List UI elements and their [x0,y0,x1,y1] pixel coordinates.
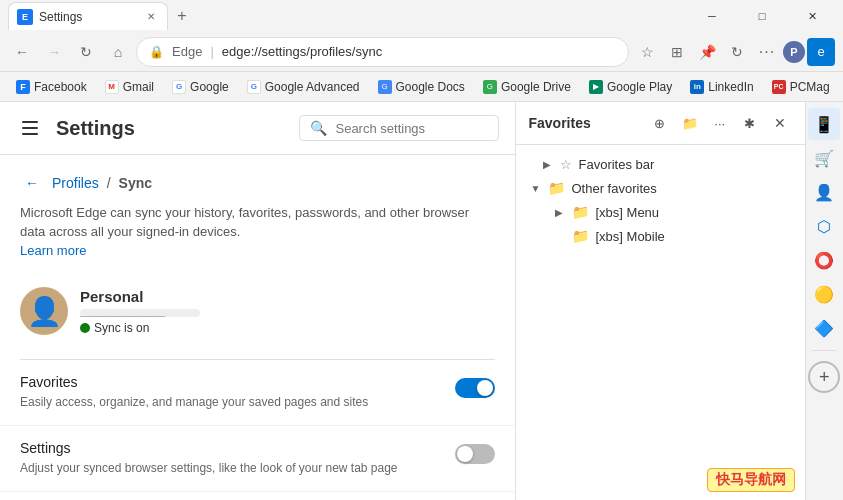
favorites-search-button[interactable]: ✱ [737,110,763,136]
sidebar-icon-more[interactable]: 🔷 [808,312,840,344]
favorites-new-folder-button[interactable]: 📁 [677,110,703,136]
favorites-toggle[interactable] [455,378,495,398]
lock-icon: 🔒 [149,45,164,59]
folder-icon: 📁 [548,180,565,196]
sync-description: Microsoft Edge can sync your history, fa… [0,203,515,271]
bookmark-google-drive[interactable]: G Google Drive [475,78,579,96]
search-input[interactable] [335,121,475,136]
chevron-down-icon: ▼ [528,183,542,194]
title-bar: E Settings ✕ + ─ □ ✕ [0,0,843,32]
right-sidebar: 📱 🛒 👤 ⬡ ⭕ 🟡 🔷 + [805,102,843,500]
hamburger-button[interactable] [16,114,44,142]
breadcrumb-back-button[interactable]: ← [20,171,44,195]
sync-status: Sync is on [80,321,200,335]
favorites-tree: ▶ ☆ Favorites bar ▼ 📁 Other favorites ▶ … [516,145,804,500]
sidebar-icon-bing[interactable]: ⭕ [808,244,840,276]
profile-avatar: 👤 [20,287,68,335]
bookmark-google-favicon: G [172,80,186,94]
bookmark-linkedin[interactable]: in LinkedIn [682,78,761,96]
profile-info: Personal ────────── Sync is on [80,288,200,335]
sync-status-text: Sync is on [94,321,149,335]
watermark: 快马导航网 [707,468,795,492]
favorites-panel: Favorites ⊕ 📁 ··· ✱ ✕ ▶ ☆ Favorites bar … [515,102,804,500]
refresh-button[interactable]: ↻ [72,38,100,66]
tab-bar: E Settings ✕ + [8,0,689,32]
sidebar-add-button[interactable]: + [808,361,840,393]
favorites-add-button[interactable]: ⊕ [647,110,673,136]
settings-search-box[interactable]: 🔍 [299,115,499,141]
bookmark-facebook[interactable]: F Facebook [8,78,95,96]
breadcrumb-separator: / [107,175,111,191]
profile-name: Personal [80,288,200,305]
restore-button[interactable]: □ [739,0,785,32]
favorites-tree-item-favorites-bar[interactable]: ▶ ☆ Favorites bar [516,153,804,176]
bookmark-gmail-favicon: M [105,80,119,94]
sync-item-favorites-title: Favorites [20,374,455,390]
breadcrumb-profiles-link[interactable]: Profiles [52,175,99,191]
sidebar-icon-profile[interactable]: 👤 [808,176,840,208]
sidebar-icon-games[interactable]: 🟡 [808,278,840,310]
edge-label: Edge [172,44,202,59]
bookmark-google-advanced-favicon: G [247,80,261,94]
forward-button[interactable]: → [40,38,68,66]
nav-right-icons: ☆ ⊞ 📌 ↻ ··· P e [633,38,835,66]
favorites-star-button[interactable]: ☆ [633,38,661,66]
sync-item-settings-title: Settings [20,440,455,456]
favorites-bar-label: Favorites bar [578,157,654,172]
profile-email: ────────── [80,309,200,317]
new-tab-button[interactable]: + [168,2,196,30]
sync-item-personal-info: Personal info Saves information like add… [0,492,515,500]
settings-more-button[interactable]: ··· [753,38,781,66]
sidebar-icon-outlook[interactable]: ⬡ [808,210,840,242]
profile-card: 👤 Personal ────────── Sync is on [20,279,495,343]
tab-title: Settings [39,10,137,24]
star-icon: ☆ [560,157,572,172]
sync-item-favorites: Favorites Easily access, organize, and m… [0,360,515,426]
favorites-more-button[interactable]: ··· [707,110,733,136]
active-tab[interactable]: E Settings ✕ [8,2,168,30]
tab-favicon: E [17,9,33,25]
sync-item-settings-desc: Adjust your synced browser settings, lik… [20,460,420,477]
back-button[interactable]: ← [8,38,36,66]
profile-avatar-nav[interactable]: P [783,41,805,63]
settings-toggle[interactable] [455,444,495,464]
xbs-mobile-label: [xbs] Mobile [595,229,664,244]
collections-button[interactable]: ⊞ [663,38,691,66]
favorites-close-button[interactable]: ✕ [767,110,793,136]
tab-close-button[interactable]: ✕ [143,9,159,25]
close-button[interactable]: ✕ [789,0,835,32]
bookmark-pcmag[interactable]: PC PCMag [764,78,838,96]
minimize-button[interactable]: ─ [689,0,735,32]
learn-more-link[interactable]: Learn more [20,243,86,258]
folder-icon: 📁 [572,228,589,244]
home-button[interactable]: ⌂ [104,38,132,66]
folder-icon: 📁 [572,204,589,220]
bookmark-facebook-favicon: F [16,80,30,94]
chevron-right-icon: ▶ [540,159,554,170]
xbs-menu-label: [xbs] Menu [595,205,659,220]
settings-title: Settings [56,117,287,140]
edge-button[interactable]: e [807,38,835,66]
refresh2-button[interactable]: ↻ [723,38,751,66]
bookmarks-bar: F Facebook M Gmail G Google G Google Adv… [0,72,843,102]
favorites-tree-item-xbs-mobile[interactable]: ▶ 📁 [xbs] Mobile [516,224,804,248]
favorites-tree-item-xbs-menu[interactable]: ▶ 📁 [xbs] Menu [516,200,804,224]
sidebar-icon-discover[interactable]: 📱 [808,108,840,140]
settings-panel: Settings 🔍 ← Profiles / Sync Microsoft E… [0,102,515,500]
bookmark-google-docs-favicon: G [378,80,392,94]
bookmark-gmail[interactable]: M Gmail [97,78,162,96]
address-bar[interactable]: 🔒 Edge | edge://settings/profiles/sync [136,37,629,67]
sidebar-icon-shop[interactable]: 🛒 [808,142,840,174]
sync-item-settings-info: Settings Adjust your synced browser sett… [20,440,455,477]
bookmark-google[interactable]: G Google [164,78,237,96]
bookmark-google-docs[interactable]: G Google Docs [370,78,473,96]
favorites-panel-title: Favorites [528,115,642,131]
favorites-tree-item-other-favorites[interactable]: ▼ 📁 Other favorites [516,176,804,200]
bookmark-google-advanced[interactable]: G Google Advanced [239,78,368,96]
bookmark-google-play[interactable]: ▶ Google Play [581,78,680,96]
url-display: edge://settings/profiles/sync [222,44,616,59]
pin-button[interactable]: 📌 [693,38,721,66]
sync-item-favorites-desc: Easily access, organize, and manage your… [20,394,420,411]
breadcrumb-current-page: Sync [119,175,152,191]
favorites-panel-header: Favorites ⊕ 📁 ··· ✱ ✕ [516,102,804,145]
